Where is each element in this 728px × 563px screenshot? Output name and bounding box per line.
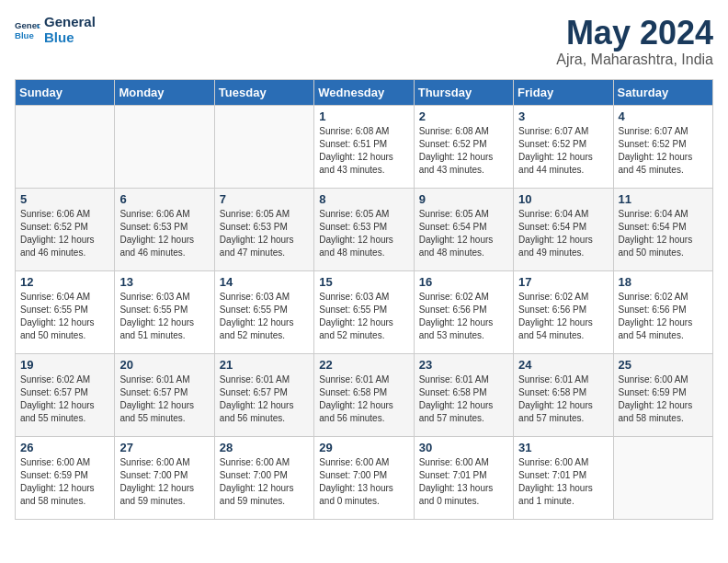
calendar-cell: 9Sunrise: 6:05 AM Sunset: 6:54 PM Daylig… [414, 188, 513, 270]
calendar-cell: 23Sunrise: 6:01 AM Sunset: 6:58 PM Dayli… [414, 353, 513, 436]
calendar-cell: 28Sunrise: 6:00 AM Sunset: 7:00 PM Dayli… [214, 436, 313, 519]
calendar-cell: 15Sunrise: 6:03 AM Sunset: 6:55 PM Dayli… [314, 270, 414, 353]
day-info: Sunrise: 6:00 AM Sunset: 6:59 PM Dayligh… [20, 456, 109, 508]
calendar-cell [214, 105, 313, 188]
day-info: Sunrise: 6:03 AM Sunset: 6:55 PM Dayligh… [119, 291, 209, 342]
svg-text:General: General [15, 20, 40, 30]
day-info: Sunrise: 6:06 AM Sunset: 6:52 PM Dayligh… [20, 208, 109, 259]
weekday-header-thursday: Thursday [414, 79, 513, 105]
calendar-cell: 5Sunrise: 6:06 AM Sunset: 6:52 PM Daylig… [16, 188, 115, 270]
calendar-cell: 4Sunrise: 6:07 AM Sunset: 6:52 PM Daylig… [613, 105, 712, 188]
day-number: 22 [319, 358, 408, 372]
day-info: Sunrise: 6:03 AM Sunset: 6:55 PM Dayligh… [319, 291, 408, 342]
day-info: Sunrise: 6:05 AM Sunset: 6:53 PM Dayligh… [220, 208, 309, 259]
weekday-header-saturday: Saturday [613, 79, 712, 105]
calendar-cell: 20Sunrise: 6:01 AM Sunset: 6:57 PM Dayli… [115, 353, 214, 436]
calendar-cell: 22Sunrise: 6:01 AM Sunset: 6:58 PM Dayli… [314, 353, 414, 436]
calendar-cell [16, 105, 115, 188]
day-info: Sunrise: 6:03 AM Sunset: 6:55 PM Dayligh… [220, 291, 309, 342]
day-info: Sunrise: 6:05 AM Sunset: 6:53 PM Dayligh… [319, 208, 408, 259]
weekday-header-friday: Friday [514, 79, 613, 105]
day-number: 29 [319, 441, 408, 454]
calendar-cell: 2Sunrise: 6:08 AM Sunset: 6:52 PM Daylig… [414, 105, 513, 188]
calendar-cell: 31Sunrise: 6:00 AM Sunset: 7:01 PM Dayli… [514, 436, 613, 519]
calendar-cell: 3Sunrise: 6:07 AM Sunset: 6:52 PM Daylig… [514, 105, 613, 188]
day-number: 8 [319, 192, 408, 206]
calendar-cell: 6Sunrise: 6:06 AM Sunset: 6:53 PM Daylig… [115, 188, 214, 270]
calendar-cell: 29Sunrise: 6:00 AM Sunset: 7:00 PM Dayli… [314, 436, 414, 519]
day-number: 21 [220, 358, 309, 372]
day-number: 25 [619, 358, 708, 372]
calendar-cell: 30Sunrise: 6:00 AM Sunset: 7:01 PM Dayli… [414, 436, 513, 519]
day-number: 28 [220, 441, 309, 454]
day-info: Sunrise: 6:02 AM Sunset: 6:56 PM Dayligh… [518, 291, 608, 342]
calendar-cell: 27Sunrise: 6:00 AM Sunset: 7:00 PM Dayli… [115, 436, 214, 519]
day-number: 6 [119, 192, 209, 206]
day-info: Sunrise: 6:02 AM Sunset: 6:57 PM Dayligh… [20, 373, 109, 425]
day-info: Sunrise: 6:01 AM Sunset: 6:58 PM Dayligh… [518, 373, 608, 425]
calendar-subtitle: Ajra, Maharashtra, India [556, 52, 713, 68]
day-number: 11 [619, 192, 708, 206]
calendar-cell: 1Sunrise: 6:08 AM Sunset: 6:51 PM Daylig… [314, 105, 414, 188]
calendar-cell: 11Sunrise: 6:04 AM Sunset: 6:54 PM Dayli… [613, 188, 712, 270]
weekday-header-row: SundayMondayTuesdayWednesdayThursdayFrid… [16, 79, 713, 105]
weekday-header-wednesday: Wednesday [314, 79, 414, 105]
day-number: 3 [518, 109, 608, 123]
day-number: 14 [220, 275, 309, 289]
day-info: Sunrise: 6:05 AM Sunset: 6:54 PM Dayligh… [419, 208, 508, 259]
day-number: 1 [319, 109, 408, 123]
weekday-header-monday: Monday [115, 79, 214, 105]
calendar-cell: 16Sunrise: 6:02 AM Sunset: 6:56 PM Dayli… [414, 270, 513, 353]
day-number: 16 [419, 275, 508, 289]
day-info: Sunrise: 6:07 AM Sunset: 6:52 PM Dayligh… [518, 125, 608, 177]
logo-general: General [44, 15, 96, 30]
calendar-cell: 14Sunrise: 6:03 AM Sunset: 6:55 PM Dayli… [214, 270, 313, 353]
day-number: 12 [20, 275, 109, 289]
day-number: 4 [619, 109, 708, 123]
day-number: 5 [20, 192, 109, 206]
calendar-cell: 25Sunrise: 6:00 AM Sunset: 6:59 PM Dayli… [613, 353, 712, 436]
week-row-3: 12Sunrise: 6:04 AM Sunset: 6:55 PM Dayli… [16, 270, 713, 353]
calendar-title: May 2024 [556, 15, 713, 52]
day-info: Sunrise: 6:08 AM Sunset: 6:51 PM Dayligh… [319, 125, 408, 177]
day-info: Sunrise: 6:02 AM Sunset: 6:56 PM Dayligh… [419, 291, 508, 342]
day-info: Sunrise: 6:00 AM Sunset: 7:01 PM Dayligh… [518, 456, 608, 508]
day-info: Sunrise: 6:04 AM Sunset: 6:54 PM Dayligh… [619, 208, 708, 259]
calendar-table: SundayMondayTuesdayWednesdayThursdayFrid… [15, 79, 713, 520]
day-info: Sunrise: 6:01 AM Sunset: 6:58 PM Dayligh… [319, 373, 408, 425]
calendar-cell: 19Sunrise: 6:02 AM Sunset: 6:57 PM Dayli… [16, 353, 115, 436]
week-row-2: 5Sunrise: 6:06 AM Sunset: 6:52 PM Daylig… [16, 188, 713, 270]
week-row-4: 19Sunrise: 6:02 AM Sunset: 6:57 PM Dayli… [16, 353, 713, 436]
week-row-1: 1Sunrise: 6:08 AM Sunset: 6:51 PM Daylig… [16, 105, 713, 188]
day-info: Sunrise: 6:01 AM Sunset: 6:58 PM Dayligh… [419, 373, 508, 425]
day-number: 19 [20, 358, 109, 372]
day-number: 31 [518, 441, 608, 454]
day-number: 15 [319, 275, 408, 289]
day-number: 27 [119, 441, 209, 454]
day-info: Sunrise: 6:08 AM Sunset: 6:52 PM Dayligh… [419, 125, 508, 177]
title-block: May 2024 Ajra, Maharashtra, India [556, 15, 713, 68]
day-info: Sunrise: 6:00 AM Sunset: 7:00 PM Dayligh… [119, 456, 209, 508]
logo-blue: Blue [44, 30, 96, 46]
calendar-cell [613, 436, 712, 519]
weekday-header-sunday: Sunday [16, 79, 115, 105]
day-info: Sunrise: 6:04 AM Sunset: 6:55 PM Dayligh… [20, 291, 109, 342]
logo: General Blue General Blue [15, 15, 96, 45]
calendar-cell: 10Sunrise: 6:04 AM Sunset: 6:54 PM Dayli… [514, 188, 613, 270]
weekday-header-tuesday: Tuesday [214, 79, 313, 105]
day-info: Sunrise: 6:00 AM Sunset: 7:01 PM Dayligh… [419, 456, 508, 508]
day-info: Sunrise: 6:04 AM Sunset: 6:54 PM Dayligh… [518, 208, 608, 259]
day-info: Sunrise: 6:01 AM Sunset: 6:57 PM Dayligh… [119, 373, 209, 425]
day-info: Sunrise: 6:06 AM Sunset: 6:53 PM Dayligh… [119, 208, 209, 259]
day-info: Sunrise: 6:00 AM Sunset: 7:00 PM Dayligh… [319, 456, 408, 508]
day-number: 9 [419, 192, 508, 206]
day-number: 18 [619, 275, 708, 289]
day-number: 2 [419, 109, 508, 123]
day-number: 7 [220, 192, 309, 206]
day-number: 17 [518, 275, 608, 289]
day-number: 30 [419, 441, 508, 454]
day-number: 24 [518, 358, 608, 372]
day-info: Sunrise: 6:01 AM Sunset: 6:57 PM Dayligh… [220, 373, 309, 425]
page-header: General Blue General Blue May 2024 Ajra,… [15, 15, 713, 68]
svg-text:Blue: Blue [15, 29, 34, 40]
